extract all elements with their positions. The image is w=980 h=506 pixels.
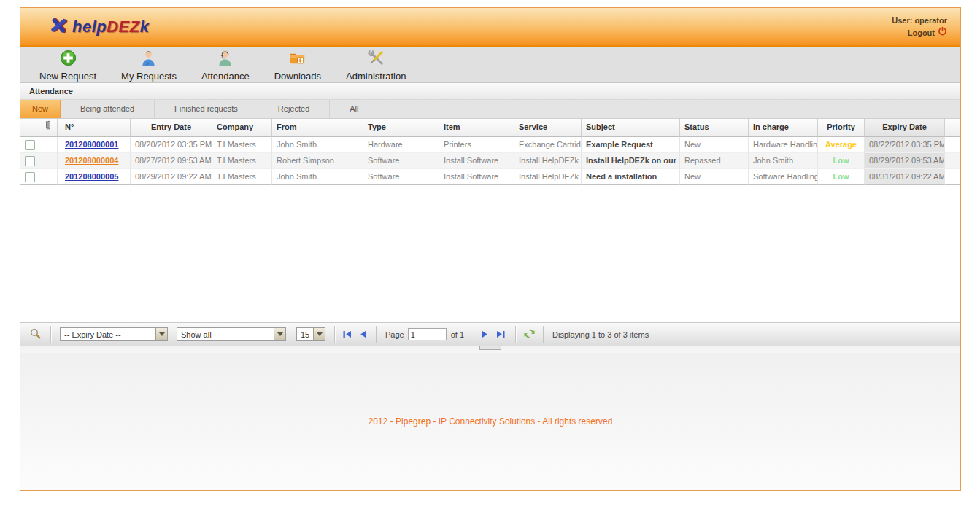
column-header-attachment[interactable] <box>39 119 58 137</box>
tab-rejected[interactable]: Rejected <box>258 100 330 118</box>
last-page-button[interactable] <box>494 329 506 340</box>
refresh-button[interactable] <box>523 327 536 341</box>
page-input[interactable] <box>408 328 447 340</box>
request-number-link[interactable]: 201208000005 <box>65 172 118 181</box>
toolbar-label: Attendance <box>201 71 250 82</box>
column-header-priority[interactable]: Priority <box>818 119 865 137</box>
cell-select <box>20 137 39 153</box>
cell-expiry_date: 08/22/2012 03:35 PM <box>865 137 945 153</box>
filter-show-value: Show all <box>181 330 212 339</box>
cell-attachment <box>39 137 58 153</box>
column-header-subject[interactable]: Subject <box>582 119 680 137</box>
toolbar-administration[interactable]: Administration <box>337 47 414 82</box>
cell-number: 201208000004 <box>58 153 131 169</box>
cell-priority: Low <box>818 169 865 185</box>
page-size-select[interactable]: 15 <box>296 327 325 341</box>
next-page-button[interactable] <box>479 329 491 340</box>
status-tabs: New Being attended Finished requests Rej… <box>20 100 960 119</box>
pager-status-text: Displaying 1 to 3 of 3 items <box>552 330 649 339</box>
footer-area: 2012 - Pipegrep - IP Connectivity Soluti… <box>20 353 960 490</box>
splitter-strip <box>20 346 960 353</box>
tab-new[interactable]: New <box>20 100 61 118</box>
cell-company: T.I Masters <box>212 137 272 153</box>
request-number-link[interactable]: 201208000004 <box>65 156 118 165</box>
filter-field-select[interactable]: -- Expiry Date -- <box>60 327 168 341</box>
cell-select <box>20 153 39 169</box>
cell-entry_date: 08/27/2012 09:53 AM <box>131 153 212 169</box>
cell-from: Robert Simpson <box>272 153 363 169</box>
tab-all[interactable]: All <box>330 100 379 118</box>
pager-bar: -- Expiry Date -- Show all 15 Page of 1 <box>20 322 960 346</box>
cell-entry_date: 08/20/2012 03:35 PM <box>131 137 212 153</box>
filter-field-value: -- Expiry Date -- <box>64 330 121 339</box>
tools-icon <box>367 49 385 71</box>
cell-subject: Install HelpDEZk on our n <box>582 153 680 169</box>
page-of-label: of 1 <box>451 330 464 339</box>
logout-button[interactable]: Logout <box>892 26 947 39</box>
cell-attachment <box>39 153 58 169</box>
column-header-number[interactable]: N° <box>58 119 131 137</box>
chevron-down-icon <box>155 328 167 340</box>
column-header-in-charge[interactable]: In charge <box>749 119 818 137</box>
splitter-handle[interactable] <box>479 346 501 350</box>
search-button[interactable] <box>29 327 42 341</box>
app-header: helpDEZk User: operator Logout <box>20 8 960 47</box>
cell-company: T.I Masters <box>212 169 272 185</box>
cell-item: Printers <box>439 137 514 153</box>
cell-status: New <box>680 169 749 185</box>
table-row: 20120800000108/20/2012 03:35 PMT.I Maste… <box>20 137 960 153</box>
cell-subject: Example Request <box>582 137 680 153</box>
cell-status: New <box>680 137 749 153</box>
toolbar-downloads[interactable]: Downloads <box>266 47 330 82</box>
toolbar-label: Administration <box>346 71 406 82</box>
column-header-filler <box>945 119 960 137</box>
priority-badge: Low <box>833 156 849 165</box>
column-header-from[interactable]: From <box>272 119 363 137</box>
column-header-status[interactable]: Status <box>680 119 749 137</box>
app-window: helpDEZk User: operator Logout <box>20 7 961 491</box>
toolbar-my-requests[interactable]: My Requests <box>112 47 185 82</box>
cell-service: Install HelpDEZk <box>514 169 582 185</box>
cell-expiry_date: 08/31/2012 09:22 AM <box>865 169 945 185</box>
column-header-type[interactable]: Type <box>363 119 439 137</box>
filter-show-select[interactable]: Show all <box>177 327 286 341</box>
column-header-expiry-date[interactable]: Expiry Date <box>865 119 945 137</box>
row-filler <box>945 137 960 153</box>
cell-item: Install Software <box>439 153 514 169</box>
cell-in_charge: John Smith <box>749 153 818 169</box>
cell-company: T.I Masters <box>212 153 272 169</box>
toolbar-new-request[interactable]: New Request <box>31 47 105 82</box>
cell-in_charge: Hardware Handling <box>749 137 818 153</box>
cell-status: Repassed <box>680 153 749 169</box>
cell-from: John Smith <box>272 169 363 185</box>
tab-finished-requests[interactable]: Finished requests <box>155 100 258 118</box>
previous-page-button[interactable] <box>356 329 369 340</box>
column-header-company[interactable]: Company <box>212 119 272 137</box>
column-header-item[interactable]: Item <box>439 119 514 137</box>
cell-type: Software <box>363 153 439 169</box>
user-box: User: operator Logout <box>892 15 947 39</box>
row-checkbox[interactable] <box>25 172 35 182</box>
add-icon <box>59 49 77 71</box>
request-number-link[interactable]: 201208000001 <box>65 140 118 149</box>
cell-entry_date: 08/29/2012 09:22 AM <box>131 169 212 185</box>
tab-being-attended[interactable]: Being attended <box>61 100 155 118</box>
download-folder-icon <box>288 49 306 71</box>
refresh-icon <box>523 327 536 341</box>
paperclip-icon <box>43 119 53 136</box>
toolbar-label: Downloads <box>274 71 321 82</box>
cell-type: Hardware <box>363 137 439 153</box>
row-checkbox[interactable] <box>25 140 35 150</box>
headset-person-icon <box>216 49 234 71</box>
cell-from: John Smith <box>272 137 363 153</box>
toolbar-label: New Request <box>39 71 96 82</box>
column-header-service[interactable]: Service <box>514 119 582 137</box>
helpdezk-logo[interactable]: helpDEZk <box>48 15 149 39</box>
cell-priority: Average <box>818 137 865 153</box>
row-checkbox[interactable] <box>25 156 35 166</box>
column-header-entry-date[interactable]: Entry Date <box>131 119 212 137</box>
first-page-button[interactable] <box>341 329 353 340</box>
logout-label: Logout <box>908 27 935 39</box>
cell-subject: Need a installation <box>582 169 680 185</box>
toolbar-attendance[interactable]: Attendance <box>193 47 258 82</box>
